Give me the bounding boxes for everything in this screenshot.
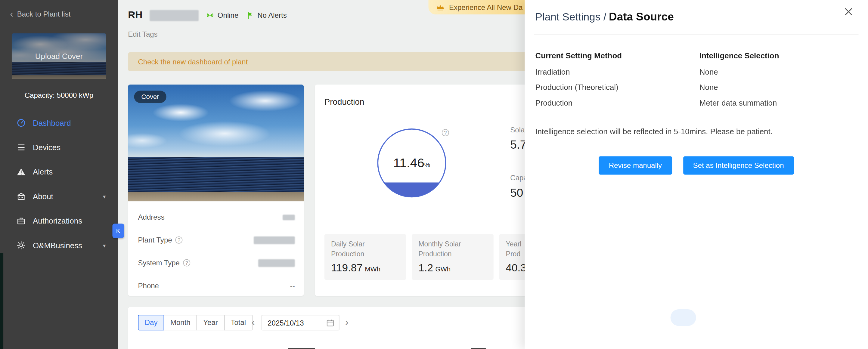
side-stat-1-value: 5.7 xyxy=(510,138,526,151)
tab-month[interactable]: Month xyxy=(164,315,197,330)
info-row-system-type: System Type ? xyxy=(138,252,294,275)
plant-type-value-redacted xyxy=(254,236,295,244)
chevron-down-icon: ▾ xyxy=(103,242,106,248)
panel-buttons: Revise manually Set as Intelligence Sele… xyxy=(525,156,868,174)
selection-irradiation: None xyxy=(700,67,718,76)
gauge-help-icon[interactable]: ? xyxy=(442,129,449,136)
sidebar-item-label: Dashboard xyxy=(33,119,71,128)
online-signal-icon xyxy=(206,11,214,20)
stat-monthly-title-line2: Production xyxy=(418,249,487,259)
sidebar-item-authorizations[interactable]: Authorizations xyxy=(0,209,118,233)
floating-k-badge[interactable]: K xyxy=(112,224,124,238)
gauge-value: 11.46 xyxy=(393,156,424,170)
dashboard-icon xyxy=(17,119,26,128)
tab-year[interactable]: Year xyxy=(196,315,224,330)
chat-widget-ghost xyxy=(671,309,696,326)
time-range-tabs: Day Month Year Total xyxy=(138,315,252,330)
side-stat-1-label: Sola xyxy=(510,126,525,134)
upload-cover-button[interactable]: Upload Cover xyxy=(12,33,106,79)
online-status-label: Online xyxy=(218,11,238,20)
system-type-label: System Type xyxy=(138,259,179,267)
stat-monthly-unit: GWh xyxy=(435,265,451,273)
sidebar-item-label: Authorizations xyxy=(33,216,82,225)
sidebar-item-alerts[interactable]: Alerts xyxy=(0,160,118,184)
app: Experience All New Da RH Online No Alert… xyxy=(0,0,868,349)
revise-manually-button[interactable]: Revise manually xyxy=(599,156,672,174)
sidebar-item-label: Devices xyxy=(33,143,61,152)
set-intelligence-selection-button[interactable]: Set as Intelligence Selection xyxy=(683,156,794,174)
plant-name: RH xyxy=(128,9,142,21)
dashboard-notice-text: Check the new dashboard of plant xyxy=(138,58,248,66)
sidebar-item-about[interactable]: About ▾ xyxy=(0,184,118,209)
info-row-plant-type: Plant Type ? xyxy=(138,229,294,252)
stat-box-monthly: Monthly Solar Production 1.2GWh xyxy=(412,234,494,280)
phone-label: Phone xyxy=(138,281,159,290)
stat-yearly-value: 40.3 xyxy=(506,262,526,274)
alerts-icon xyxy=(17,167,26,176)
stat-daily-title-line1: Daily Solar xyxy=(331,240,399,249)
production-title: Production xyxy=(324,97,365,106)
chevron-down-icon: ▾ xyxy=(103,193,106,199)
plant-info-card: Cover Address Plant Type ? System Type ? xyxy=(128,85,304,296)
side-stat-2-value: 50 xyxy=(510,186,523,199)
panel-title-prefix: Plant Settings / xyxy=(535,11,606,23)
stat-daily-value: 119.87 xyxy=(331,262,363,274)
devices-icon xyxy=(17,143,26,152)
edit-tags-link[interactable]: Edit Tags xyxy=(128,30,157,38)
date-next-button[interactable]: › xyxy=(345,315,348,330)
sidebar-item-label: O&MBusiness xyxy=(33,241,82,250)
sidebar-item-om-business[interactable]: O&MBusiness ▾ xyxy=(0,233,118,257)
system-type-help-icon[interactable]: ? xyxy=(183,259,190,266)
method-production: Production xyxy=(535,98,572,107)
gauge-value-group: 11.46 % xyxy=(374,125,450,201)
calendar-icon xyxy=(326,318,334,327)
info-row-address: Address xyxy=(138,206,294,229)
back-to-plant-list-label: Back to Plant list xyxy=(17,10,71,18)
tab-day[interactable]: Day xyxy=(138,315,164,330)
selection-production-theoretical: None xyxy=(700,83,718,92)
stat-monthly-title-line1: Monthly Solar xyxy=(418,240,487,249)
selection-production: Meter data summation xyxy=(700,98,777,107)
column-intelligence-selection: Intelligence Selection xyxy=(700,51,779,60)
about-building-icon xyxy=(17,192,26,201)
panel-title: Plant Settings / Data Source xyxy=(535,10,674,24)
method-irradiation: Irradiation xyxy=(535,67,570,76)
address-label: Address xyxy=(138,213,164,221)
stat-box-daily: Daily Solar Production 119.87MWh xyxy=(324,234,406,280)
date-picker-input[interactable]: 2025/10/13 xyxy=(261,315,340,330)
intelligence-selection-note: Intelligence selection will be reflected… xyxy=(535,127,772,136)
left-edge-strip xyxy=(0,253,3,349)
info-row-phone: Phone -- xyxy=(138,274,294,296)
method-production-theoretical: Production (Theoretical) xyxy=(535,83,618,92)
promo-banner-text: Experience All New Da xyxy=(449,3,523,11)
sidebar: ‹ Back to Plant list Upload Cover Capaci… xyxy=(0,0,118,349)
plant-name-redacted xyxy=(150,10,199,21)
stat-daily-unit: MWh xyxy=(365,265,380,273)
close-icon[interactable] xyxy=(844,7,854,17)
stat-monthly-value: 1.2 xyxy=(418,262,433,274)
column-current-setting-method: Current Setting Method xyxy=(535,51,622,60)
phone-value: -- xyxy=(290,281,295,290)
tab-total[interactable]: Total xyxy=(224,315,252,330)
system-type-value-redacted xyxy=(258,259,295,267)
capacity-label: Capacity: 50000 kWp xyxy=(0,91,118,100)
online-status: Online xyxy=(206,11,238,20)
plant-cover-image: Cover xyxy=(128,85,304,201)
back-to-plant-list[interactable]: ‹ Back to Plant list xyxy=(10,10,70,18)
date-value: 2025/10/13 xyxy=(268,318,304,327)
sidebar-menu: Dashboard Devices Alerts About ▾ xyxy=(0,111,118,257)
upload-cover-label: Upload Cover xyxy=(12,33,106,79)
gauge-unit: % xyxy=(424,161,430,169)
stat-daily-title-line2: Production xyxy=(331,249,399,259)
plant-type-help-icon[interactable]: ? xyxy=(176,236,183,244)
crown-icon xyxy=(436,4,444,11)
address-value-redacted xyxy=(283,215,295,220)
gear-icon xyxy=(17,241,26,250)
plant-settings-panel: Plant Settings / Data Source Current Set… xyxy=(525,0,868,349)
sidebar-item-devices[interactable]: Devices xyxy=(0,135,118,159)
date-prev-button[interactable]: ‹ xyxy=(252,315,255,330)
plant-info-rows: Address Plant Type ? System Type ? Phone xyxy=(138,206,294,296)
alerts-status-label: No Alerts xyxy=(257,11,287,20)
plant-type-label: Plant Type xyxy=(138,236,172,244)
sidebar-item-dashboard[interactable]: Dashboard xyxy=(0,111,118,135)
